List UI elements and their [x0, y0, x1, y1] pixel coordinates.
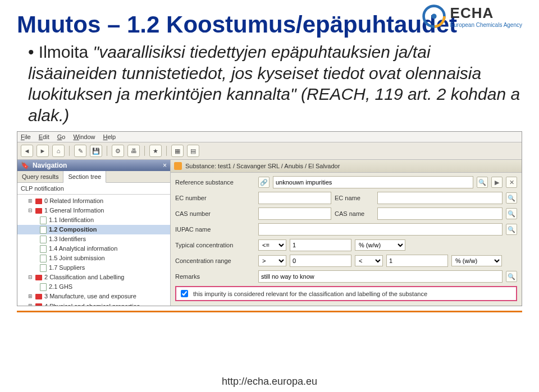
goto-icon[interactable]: ▶: [491, 177, 503, 188]
menu-bar: FFileile Edit Go Window Help: [17, 132, 522, 142]
range-high-value-input[interactable]: [386, 255, 448, 267]
menu-window[interactable]: Window: [73, 133, 95, 140]
search-icon[interactable]: 🔍: [506, 208, 517, 219]
bullet-quote: "vaarallisiksi tiedettyjen epäpuhtauksie…: [28, 43, 520, 124]
ec-name-input[interactable]: [377, 192, 503, 204]
divider: [17, 311, 522, 312]
tree-item[interactable]: ⊞3 Manufacture, use and exposure: [17, 292, 170, 301]
cas-number-input[interactable]: [258, 207, 331, 220]
nav-close-icon[interactable]: ×: [163, 162, 167, 169]
tree-root[interactable]: CLP notification: [17, 183, 170, 195]
breadcrumb: Substance: test1 / Scavanger SRL / Anubi…: [171, 160, 522, 173]
tree-item[interactable]: ⊞4 Physical and chemical properties: [17, 302, 170, 306]
tab-query-results[interactable]: Query results: [17, 171, 63, 182]
relevance-checkbox[interactable]: [181, 290, 188, 297]
label-remarks: Remarks: [175, 273, 254, 280]
label-ec-name: EC name: [335, 195, 374, 201]
substance-icon: [174, 162, 182, 170]
range-low-value-input[interactable]: [290, 255, 351, 267]
tree-item[interactable]: 1.1 Identification: [17, 215, 170, 225]
clear-icon[interactable]: ✕: [506, 177, 517, 188]
range-high-op-select[interactable]: <: [355, 255, 383, 266]
nav-icon: 🔖: [21, 162, 29, 169]
home-button[interactable]: ⌂: [52, 145, 65, 157]
back-button[interactable]: ◄: [21, 145, 33, 157]
bullet-item: Ilmoita "vaarallisiksi tiedettyjen epäpu…: [28, 41, 522, 126]
reference-substance-input[interactable]: [273, 176, 473, 188]
label-iupac-name: IUPAC name: [175, 226, 254, 233]
label-ec-number: EC number: [175, 195, 254, 201]
range-unit-select[interactable]: % (w/w): [451, 255, 502, 266]
svg-point-2: [431, 13, 436, 19]
iupac-name-input[interactable]: [258, 223, 503, 236]
menu-file[interactable]: FFileile: [21, 133, 31, 140]
search-icon[interactable]: 🔍: [506, 271, 517, 282]
link-icon[interactable]: 🔗: [258, 177, 270, 188]
tool-button-2[interactable]: ★: [149, 145, 162, 157]
echa-logo-mark: [421, 3, 447, 29]
ec-number-input[interactable]: [258, 192, 331, 204]
app-window: FFileile Edit Go Window Help ◄ ► ⌂ ✎ 💾 ⚙…: [17, 131, 522, 306]
tree-item[interactable]: 2.1 GHS: [17, 282, 170, 292]
relevance-checkbox-row: this impurity is considered relevant for…: [175, 286, 517, 301]
menu-edit[interactable]: Edit: [39, 133, 49, 140]
tree-item[interactable]: 1.7 Suppliers: [17, 263, 170, 273]
tree-item[interactable]: 1.4 Analytical information: [17, 244, 170, 253]
tool-button-3[interactable]: ▦: [171, 145, 184, 157]
nav-header: 🔖 Navigation ×: [17, 160, 170, 171]
tab-section-tree[interactable]: Section tree: [63, 171, 106, 183]
menu-go[interactable]: Go: [57, 133, 66, 140]
tool-button[interactable]: ⚙: [112, 145, 124, 157]
print-button[interactable]: 🖶: [127, 145, 140, 157]
search-icon[interactable]: 🔍: [506, 224, 517, 235]
section-tree: ⊞0 Related Information ⊟1 General Inform…: [17, 195, 170, 306]
breadcrumb-text: Substance: test1 / Scavanger SRL / Anubi…: [185, 163, 340, 169]
save-button[interactable]: 💾: [90, 145, 102, 157]
search-icon[interactable]: 🔍: [506, 192, 517, 204]
tree-item-selected[interactable]: 1.2 Composition: [17, 225, 170, 234]
detail-pane: Substance: test1 / Scavanger SRL / Anubi…: [171, 160, 522, 306]
nav-title: Navigation: [33, 162, 67, 169]
forward-button[interactable]: ►: [36, 145, 49, 157]
label-cas-number: CAS number: [175, 210, 254, 217]
tree-item[interactable]: ⊟2 Classification and Labelling: [17, 273, 170, 282]
logo-text: ECHA: [450, 4, 522, 22]
tree-item[interactable]: 1.5 Joint submission: [17, 253, 170, 263]
typical-unit-select[interactable]: % (w/w): [355, 239, 405, 251]
tree-item[interactable]: ⊞0 Related Information: [17, 196, 170, 206]
typical-value-input[interactable]: [290, 239, 351, 251]
tree-item[interactable]: 1.3 Identifiers: [17, 234, 170, 244]
search-icon[interactable]: 🔍: [477, 177, 488, 188]
label-reference-substance: Reference substance: [175, 179, 254, 186]
label-cas-name: CAS name: [335, 210, 374, 217]
bullet-lead: Ilmoita: [39, 43, 93, 61]
echa-logo: ECHA European Chemicals Agency: [421, 3, 522, 29]
range-low-op-select[interactable]: >: [258, 255, 286, 266]
label-typical-concentration: Typical concentration: [175, 242, 254, 248]
tool-button-4[interactable]: ▤: [187, 145, 199, 157]
typical-op-select[interactable]: <=: [258, 239, 286, 251]
toolbar: ◄ ► ⌂ ✎ 💾 ⚙ 🖶 ★ ▦ ▤: [17, 142, 522, 160]
navigation-pane: 🔖 Navigation × Query results Section tre…: [17, 160, 171, 306]
label-concentration-range: Concentration range: [175, 257, 254, 264]
footer-url: http://echa.europa.eu: [0, 376, 539, 388]
logo-subtitle: European Chemicals Agency: [450, 22, 522, 28]
relevance-checkbox-label: this impurity is considered relevant for…: [193, 290, 427, 297]
new-button[interactable]: ✎: [74, 145, 86, 157]
tree-item[interactable]: ⊟1 General Information: [17, 206, 170, 215]
cas-name-input[interactable]: [377, 207, 503, 220]
menu-help[interactable]: Help: [103, 133, 116, 140]
nav-tabs: Query results Section tree: [17, 171, 170, 183]
remarks-input[interactable]: [258, 270, 503, 283]
